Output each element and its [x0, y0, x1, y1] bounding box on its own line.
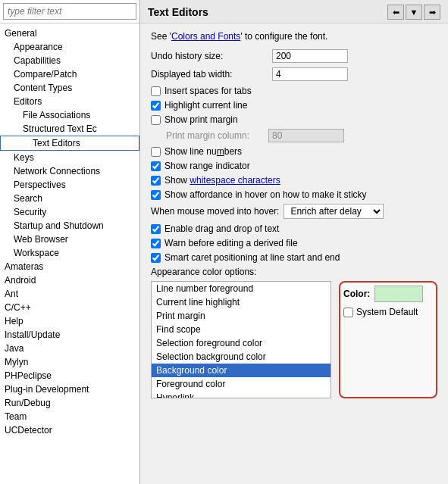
color-list-item-8[interactable]: Hyperlink: [152, 391, 331, 398]
system-default-checkbox[interactable]: [343, 308, 353, 317]
tree-item-3[interactable]: Compare/Patch: [0, 67, 139, 81]
color-label: Color:: [343, 289, 370, 299]
tree-item-28[interactable]: Team: [0, 410, 139, 423]
tree-item-16[interactable]: Workspace: [0, 246, 139, 260]
tree-item-29[interactable]: UCDetector: [0, 423, 139, 437]
tree-item-11[interactable]: Perspectives: [0, 178, 139, 192]
tree-item-24[interactable]: Mylyn: [0, 355, 139, 369]
color-list-item-1[interactable]: Current line highlight: [152, 295, 331, 309]
smart-caret-label[interactable]: Smart caret positioning at line start an…: [164, 252, 340, 263]
tree-item-26[interactable]: Plug-in Development: [0, 383, 139, 396]
system-default-row: System Default: [343, 307, 418, 317]
tree-item-23[interactable]: Java: [0, 342, 139, 355]
undo-label: Undo history size:: [151, 51, 272, 61]
color-panel: Color: System Default: [339, 281, 437, 398]
show-print-margin-label[interactable]: Show print margin: [164, 114, 238, 125]
show-print-margin-checkbox[interactable]: [151, 115, 161, 125]
smart-caret-row: Smart caret positioning at line start an…: [151, 252, 437, 263]
info-text-after: ' to configure the font.: [240, 31, 327, 42]
info-text-before: See ': [151, 31, 171, 42]
nav-dropdown-button[interactable]: ▼: [406, 5, 422, 20]
show-print-margin-row: Show print margin: [151, 114, 437, 125]
undo-input[interactable]: [272, 49, 348, 63]
tree-item-17[interactable]: Amateras: [0, 260, 139, 273]
print-margin-column-label: Print margin column:: [166, 130, 268, 141]
show-whitespace-checkbox[interactable]: [151, 176, 161, 186]
appearance-area: Line number foregroundCurrent line highl…: [151, 281, 437, 398]
show-line-numbers-row: Show line numbers: [151, 146, 437, 157]
enable-drag-label[interactable]: Enable drag and drop of text: [164, 223, 279, 234]
tree-item-9[interactable]: Keys: [0, 151, 139, 164]
hover-select[interactable]: Enrich after delay Enrich immediately Ne…: [284, 204, 384, 219]
tree-item-7[interactable]: Structured Text Ec: [0, 122, 139, 136]
tree-item-19[interactable]: Ant: [0, 287, 139, 301]
appearance-section-label: Appearance color options:: [151, 267, 437, 277]
color-list: Line number foregroundCurrent line highl…: [151, 281, 331, 398]
tree-item-4[interactable]: Content Types: [0, 81, 139, 95]
right-content: See 'Colors and Fonts' to configure the …: [140, 23, 448, 484]
filter-input[interactable]: [3, 3, 136, 20]
tree-item-18[interactable]: Android: [0, 273, 139, 287]
tree-item-10[interactable]: Network Connections: [0, 164, 139, 178]
system-default-label[interactable]: System Default: [356, 307, 418, 317]
color-list-item-5[interactable]: Selection background color: [152, 350, 331, 364]
tree-item-12[interactable]: Search: [0, 192, 139, 205]
tree-item-2[interactable]: Capabilities: [0, 54, 139, 67]
print-margin-column-row: Print margin column:: [151, 129, 437, 142]
tree-item-25[interactable]: PHPeclipse: [0, 369, 139, 383]
tree-item-27[interactable]: Run/Debug: [0, 396, 139, 410]
color-list-item-7[interactable]: Foreground color: [152, 377, 331, 391]
preferences-dialog: GeneralAppearanceCapabilitiesCompare/Pat…: [0, 0, 448, 484]
left-panel: GeneralAppearanceCapabilitiesCompare/Pat…: [0, 0, 140, 484]
tree-item-15[interactable]: Web Browser: [0, 233, 139, 246]
highlight-line-label[interactable]: Highlight current line: [164, 100, 247, 111]
tree-item-1[interactable]: Appearance: [0, 40, 139, 54]
tree-item-21[interactable]: Help: [0, 314, 139, 328]
tree-item-20[interactable]: C/C++: [0, 301, 139, 314]
tree-item-14[interactable]: Startup and Shutdown: [0, 219, 139, 233]
insert-spaces-label[interactable]: Insert spaces for tabs: [164, 86, 252, 96]
page-title: Text Editors: [148, 6, 208, 18]
warn-before-checkbox[interactable]: [151, 239, 161, 248]
show-affordance-checkbox[interactable]: [151, 190, 161, 200]
show-range-label[interactable]: Show range indicator: [164, 161, 250, 171]
show-whitespace-row: Show whitespace characters: [151, 175, 437, 186]
nav-forward-button[interactable]: ➡: [424, 5, 440, 20]
enable-drag-row: Enable drag and drop of text: [151, 223, 437, 234]
color-list-item-3[interactable]: Find scope: [152, 323, 331, 336]
tree-item-6[interactable]: File Associations: [0, 108, 139, 122]
tree-item-22[interactable]: Install/Update: [0, 328, 139, 342]
color-list-item-0[interactable]: Line number foreground: [152, 282, 331, 295]
insert-spaces-checkbox[interactable]: [151, 86, 161, 96]
show-affordance-label[interactable]: Show affordance in hover on how to make …: [164, 189, 367, 200]
tree-item-13[interactable]: Security: [0, 205, 139, 219]
color-list-item-4[interactable]: Selection foreground color: [152, 336, 331, 350]
show-range-row: Show range indicator: [151, 161, 437, 171]
color-list-item-2[interactable]: Print margin: [152, 309, 331, 323]
color-swatch[interactable]: [374, 286, 423, 302]
color-list-item-6[interactable]: Background color: [152, 364, 331, 377]
show-range-checkbox[interactable]: [151, 161, 161, 171]
highlight-line-checkbox[interactable]: [151, 101, 161, 111]
tree-item-0[interactable]: General: [0, 27, 139, 40]
tree-item-8[interactable]: Text Editors: [0, 136, 139, 151]
show-line-numbers-label[interactable]: Show line numbers: [164, 146, 242, 157]
show-affordance-row: Show affordance in hover on how to make …: [151, 189, 437, 200]
highlight-line-row: Highlight current line: [151, 100, 437, 111]
undo-history-row: Undo history size:: [151, 49, 437, 63]
smart-caret-checkbox[interactable]: [151, 253, 161, 263]
info-line: See 'Colors and Fonts' to configure the …: [151, 31, 437, 42]
enable-drag-checkbox[interactable]: [151, 224, 161, 234]
tree-item-5[interactable]: Editors: [0, 95, 139, 108]
right-header: Text Editors ⬅ ▼ ➡: [140, 0, 448, 23]
warn-before-label[interactable]: Warn before editing a derived file: [164, 238, 298, 248]
show-line-numbers-checkbox[interactable]: [151, 147, 161, 157]
colors-fonts-link[interactable]: Colors and Fonts: [171, 31, 240, 42]
show-whitespace-label[interactable]: Show whitespace characters: [164, 175, 280, 186]
filter-wrap: [0, 0, 139, 23]
nav-back-button[interactable]: ⬅: [387, 5, 404, 20]
tab-input[interactable]: [272, 67, 348, 81]
color-row: Color:: [343, 286, 423, 302]
tab-width-row: Displayed tab width:: [151, 67, 437, 81]
whitespace-link[interactable]: whitespace characters: [190, 175, 280, 186]
